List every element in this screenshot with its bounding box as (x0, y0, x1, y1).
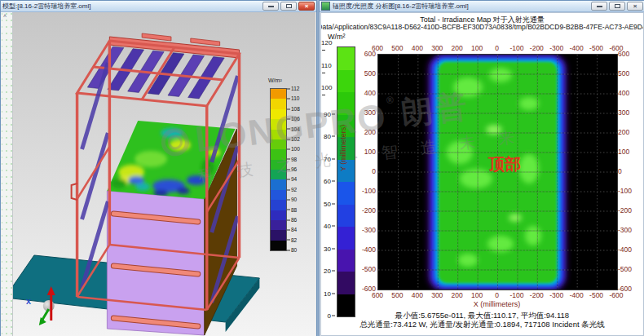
close-icon: × (305, 3, 309, 10)
irradiance-legend: W/m² 11211010810610410210098969492908886… (260, 77, 314, 265)
legend-tick-label: 92 (287, 186, 297, 192)
legend-segment (271, 241, 286, 250)
legend-tick-label: 86 (287, 216, 297, 222)
x-tick-label: 100 (471, 291, 483, 299)
legend-segment (271, 130, 286, 139)
x-tick-label: 0 (495, 291, 499, 299)
legend-tick-label: 82 (287, 237, 297, 242)
stats-line-2: 总光通量:73.412 W, 光通量/发射光通量:0.1894, 717108 … (321, 321, 643, 329)
irradiance-map-window: 辐照度/光照度 分析图[8.16-2雷特瑞培养室.oml] × Total - … (319, 0, 644, 336)
y-tick-label: 0 (372, 167, 376, 175)
y-tick-label: -400 (618, 245, 632, 254)
y-tick-label: -100 (618, 187, 632, 195)
x-tick-label: -500 (589, 291, 603, 299)
x-tick-label: 200 (452, 44, 463, 52)
legend-tick-label: 84 (287, 227, 297, 232)
legend-segment (271, 170, 286, 179)
x-axis-ticks-top: 6005004003002001000-100-200-300-400-500-… (377, 44, 616, 52)
legend-segment (271, 160, 286, 170)
legend-tick-label: 106 (287, 116, 300, 122)
y-tick-label: -300 (362, 226, 376, 234)
collapsed-panel-strip[interactable]: ˄ (2, 12, 13, 336)
maximize-button[interactable] (609, 2, 625, 11)
model-window-titlebar[interactable]: 模型:[8.16-2雷特瑞培养室.oml] × (1, 1, 316, 12)
irradiance-heatmap[interactable]: 顶部 (377, 54, 618, 290)
legend-tick-label: 80 (287, 247, 297, 253)
legend-segment (271, 119, 286, 129)
y-tick-label: 500 (618, 69, 629, 77)
y-tick-label: 100 (618, 148, 629, 156)
incubator-box (107, 121, 236, 335)
legend-segment (271, 220, 286, 230)
x-axis-label: X (26, 298, 31, 306)
legend-segment (271, 190, 286, 200)
model-window-title: 模型:[8.16-2雷特瑞培养室.oml] (2, 2, 262, 11)
y-tick-label: 600 (364, 50, 376, 58)
x-tick-label: -100 (509, 291, 523, 299)
legend-tick-label: 94 (287, 176, 297, 182)
y-axis-label: Y (millimeters) (339, 125, 347, 171)
minimize-icon (268, 6, 274, 7)
map-statistics: 最小值:5.6755e-011, 最大值:110.17, 平均值:94.118 … (321, 312, 643, 329)
y-tick-label: 400 (618, 89, 629, 97)
close-button[interactable]: × (298, 2, 315, 11)
y-tick-label: -100 (362, 187, 376, 195)
model-window-controls: × (262, 2, 315, 11)
y-tick-label: -500 (618, 265, 632, 273)
map-window-controls: × (591, 2, 643, 11)
maximize-icon (286, 4, 292, 8)
y-tick-label: 600 (618, 50, 629, 58)
y-tick-label: 300 (364, 108, 376, 117)
map-window-title: 辐照度/光照度 分析图[8.16-2雷特瑞培养室.oml] (333, 2, 591, 11)
legend-tick-label: 104 (287, 126, 300, 131)
model-3d-viewport[interactable]: X W/m² 112110108106104102100989694929088… (13, 12, 315, 336)
close-button[interactable]: × (627, 2, 643, 11)
legend-tick-label: 110 (287, 95, 299, 101)
model-window-content: ˄ (2, 12, 315, 336)
legend-segment (271, 89, 286, 99)
x-tick-label: 400 (412, 291, 423, 299)
minimize-button[interactable] (591, 2, 607, 11)
x-tick-label: -400 (570, 291, 584, 299)
legend-segment (271, 109, 286, 119)
legend-segment (271, 200, 286, 210)
y-axis-ticks-right: 6005004003002001000-100-200-300-400-500-… (618, 54, 637, 289)
window-icon (321, 2, 330, 11)
x-tick-label: 500 (391, 44, 403, 52)
legend-segment (271, 230, 286, 240)
y-tick-label: -600 (618, 285, 632, 293)
y-tick-label: 400 (364, 89, 376, 97)
legend-tick-label: 100 (287, 146, 300, 152)
chevron-up-icon: ˄ (3, 13, 7, 19)
x-tick-label: -300 (549, 44, 563, 52)
legend-tick-label: 112 (287, 86, 299, 91)
y-tick-label: 500 (364, 69, 376, 77)
legend-tick-label: 98 (287, 156, 297, 161)
y-axis-ticks-left: 6005004003002001000-100-200-300-400-500-… (356, 54, 376, 289)
x-tick-label: 100 (471, 44, 483, 52)
y-tick-label: 100 (364, 148, 376, 156)
legend-segment (271, 210, 286, 220)
close-icon: × (633, 3, 637, 10)
legend-tick-label: 96 (287, 166, 297, 172)
x-tick-label: -500 (589, 44, 603, 52)
maximize-button[interactable] (280, 2, 297, 11)
irradiance-plot-area: 6005004003002001000-100-200-300-400-500-… (321, 13, 643, 335)
y-tick-label: 200 (364, 128, 376, 136)
minimize-button[interactable] (262, 2, 279, 11)
legend-tick-label: 88 (287, 206, 297, 212)
surface-annotation: 顶部 (487, 155, 521, 173)
legend-color-scale (270, 88, 287, 251)
legend-segment (271, 99, 286, 108)
y-tick-label: -400 (362, 245, 376, 254)
x-tick-label: -300 (549, 291, 563, 299)
maximize-icon (615, 4, 620, 8)
stats-line-1: 最小值:5.6755e-011, 最大值:110.17, 平均值:94.118 (321, 312, 643, 321)
legend-segment (271, 149, 286, 159)
x-tick-label: 300 (431, 291, 443, 299)
y-tick-label: -200 (618, 206, 632, 214)
map-window-titlebar[interactable]: 辐照度/光照度 分析图[8.16-2雷特瑞培养室.oml] × (320, 1, 644, 12)
legend-tick-labels: 1121101081061041021009896949290888684828… (287, 88, 311, 250)
y-tick-label: -600 (362, 285, 376, 293)
x-tick-label: -200 (530, 44, 544, 52)
